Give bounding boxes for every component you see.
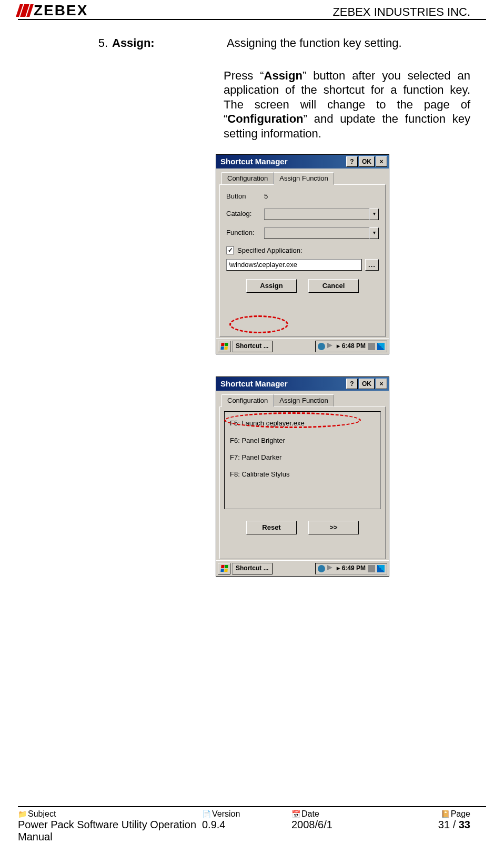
footer-page-header: Page: [451, 809, 470, 818]
volume-icon[interactable]: [327, 565, 335, 572]
tab-configuration[interactable]: Configuration: [221, 394, 274, 407]
list-item[interactable]: F7: Panel Darker: [227, 449, 378, 466]
bold-configuration: Configuration: [227, 112, 303, 125]
windows-icon[interactable]: [377, 343, 385, 350]
clock: 6:48 PM: [342, 342, 366, 350]
taskbar: Shortcut ... ▸ 6:48 PM: [216, 338, 389, 354]
taskbar-app-button[interactable]: Shortcut ...: [232, 341, 273, 352]
keyboard-icon[interactable]: [368, 343, 375, 350]
taskbar: Shortcut ... ▸ 6:49 PM: [216, 560, 389, 576]
calendar-icon: 📅: [291, 810, 300, 818]
start-button[interactable]: [218, 563, 230, 574]
close-button[interactable]: ×: [376, 379, 387, 389]
reset-button[interactable]: Reset: [246, 521, 297, 534]
screenshot-configuration: Shortcut Manager ? OK × Configuration As…: [216, 376, 389, 577]
company-name: ZEBEX INDUSTRIES INC.: [332, 5, 470, 19]
clock: 6:49 PM: [342, 564, 366, 572]
item-label: Assign:: [112, 36, 223, 51]
footer-subject-header: Subject: [28, 809, 56, 818]
ok-button[interactable]: OK: [359, 156, 375, 167]
footer-page-value: 31 / 33: [397, 819, 470, 831]
close-button[interactable]: ×: [376, 156, 387, 167]
system-tray: ▸ 6:49 PM: [315, 563, 387, 574]
tab-assign-function[interactable]: Assign Function: [274, 394, 334, 407]
function-label: Function:: [226, 229, 264, 237]
title-bar: Shortcut Manager ? OK ×: [216, 377, 389, 391]
cancel-button[interactable]: Cancel: [308, 279, 359, 293]
windows-flag-icon: [220, 343, 228, 350]
button-value: 5: [264, 192, 268, 201]
book-icon: 📔: [441, 810, 450, 818]
logo-text: ZEBEX: [34, 2, 88, 19]
tray-arrow-icon[interactable]: ▸: [337, 342, 340, 350]
start-button[interactable]: [218, 341, 230, 352]
help-button[interactable]: ?: [346, 156, 358, 167]
button-label: Button: [226, 192, 264, 201]
tab-configuration[interactable]: Configuration: [221, 172, 274, 185]
specified-app-checkbox[interactable]: ✓: [226, 246, 234, 254]
specified-app-label: Specified Application:: [237, 246, 303, 255]
window-title: Shortcut Manager: [220, 157, 288, 167]
highlight-assign-icon: [229, 315, 288, 333]
doc-icon: 📄: [202, 810, 211, 818]
screenshot-assign-function: Shortcut Manager ? OK × Configuration As…: [216, 154, 389, 354]
footer-date-value: 2008/6/1: [291, 819, 397, 831]
globe-icon[interactable]: [318, 565, 325, 572]
windows-icon[interactable]: [377, 565, 385, 572]
footer-version-header: Version: [212, 809, 240, 818]
tray-arrow-icon[interactable]: ▸: [337, 564, 340, 572]
function-key-list[interactable]: F5: Launch ceplayer.exe F6: Panel Bright…: [224, 411, 381, 509]
list-item[interactable]: F6: Panel Brighter: [227, 432, 378, 449]
title-bar: Shortcut Manager ? OK ×: [216, 155, 389, 168]
item-number: 5.: [92, 36, 108, 51]
function-dropdown[interactable]: [264, 227, 369, 239]
globe-icon[interactable]: [318, 343, 325, 350]
page-header: ZEBEX ZEBEX INDUSTRIES INC.: [18, 0, 486, 20]
browse-button[interactable]: ...: [365, 259, 379, 271]
next-button[interactable]: >>: [308, 521, 359, 534]
windows-flag-icon: [220, 565, 228, 572]
help-button[interactable]: ?: [346, 379, 358, 389]
bold-assign: Assign: [264, 69, 303, 82]
chevron-down-icon[interactable]: ▾: [369, 227, 379, 239]
chevron-down-icon[interactable]: ▾: [369, 209, 379, 220]
volume-icon[interactable]: [327, 343, 335, 350]
footer-version-value: 0.9.4: [202, 819, 291, 831]
tab-assign-function[interactable]: Assign Function: [274, 172, 334, 185]
logo: ZEBEX: [18, 2, 88, 19]
footer-subject-value: Power Pack Software Utility Operation Ma…: [18, 819, 202, 843]
taskbar-app-button[interactable]: Shortcut ...: [232, 563, 273, 574]
folder-icon: 📁: [18, 810, 27, 818]
page-footer: 📁Subject Power Pack Software Utility Ope…: [18, 806, 486, 843]
ok-button[interactable]: OK: [359, 379, 375, 389]
assign-button[interactable]: Assign: [246, 279, 297, 293]
list-item[interactable]: F5: Launch ceplayer.exe: [227, 415, 378, 432]
content: 5. Assign: Assigning the function key se…: [0, 25, 504, 577]
logo-bars-icon: [18, 4, 32, 17]
catalog-label: Catalog:: [226, 210, 264, 218]
system-tray: ▸ 6:48 PM: [315, 341, 387, 352]
item-intro: Assigning the function key setting.: [227, 36, 402, 51]
item-paragraph: Press “Assign” button after you selected…: [224, 68, 470, 141]
window-title: Shortcut Manager: [220, 379, 288, 389]
list-item[interactable]: F8: Calibrate Stylus: [227, 466, 378, 483]
path-input[interactable]: \windows\ceplayer.exe: [226, 259, 362, 271]
keyboard-icon[interactable]: [368, 565, 375, 572]
footer-date-header: Date: [301, 809, 319, 818]
catalog-dropdown[interactable]: [264, 209, 369, 220]
